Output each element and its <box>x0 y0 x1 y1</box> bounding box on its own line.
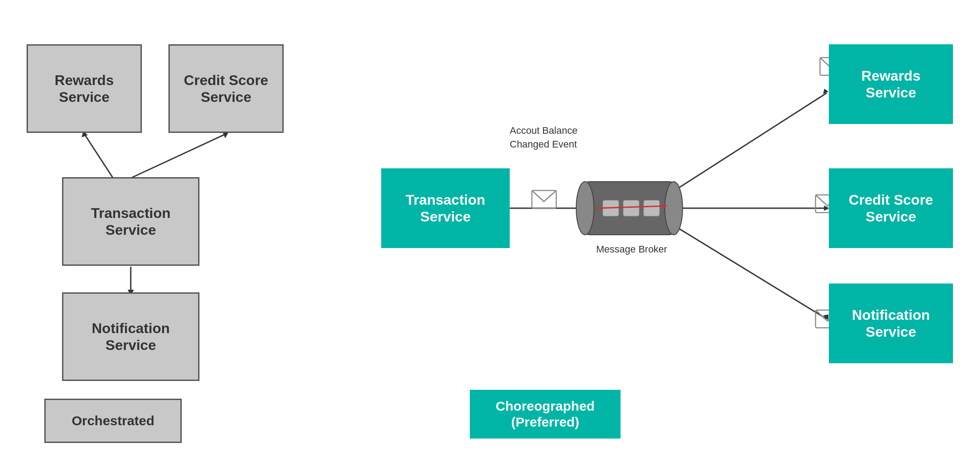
svg-marker-21 <box>663 204 668 208</box>
right-credit-box: Credit ScoreService <box>829 168 953 248</box>
right-choreographed-label: Choreographed(Preferred) <box>496 398 594 430</box>
left-rewards-label: RewardsService <box>55 72 113 106</box>
left-diagram: RewardsService Credit ScoreService Trans… <box>18 18 284 416</box>
left-orchestrated-label: Orchestrated <box>72 413 155 429</box>
left-rewards-box: RewardsService <box>27 44 142 133</box>
svg-point-15 <box>576 182 594 235</box>
right-choreographed-box: Choreographed(Preferred) <box>470 390 621 439</box>
right-notification-label: NotificationService <box>852 307 930 341</box>
right-credit-label: Credit ScoreService <box>849 191 933 225</box>
left-orchestrated-box: Orchestrated <box>44 399 182 443</box>
svg-marker-13 <box>823 315 828 320</box>
right-rewards-label: RewardsService <box>861 67 920 101</box>
svg-point-16 <box>665 182 683 235</box>
left-transaction-box: TransactionService <box>62 177 199 266</box>
right-rewards-box: RewardsService <box>829 44 953 124</box>
svg-marker-9 <box>823 89 828 94</box>
right-transaction-label: TransactionService <box>406 191 485 225</box>
svg-rect-25 <box>532 190 556 208</box>
svg-rect-19 <box>644 200 660 216</box>
svg-line-12 <box>675 226 827 319</box>
svg-rect-17 <box>603 200 619 216</box>
svg-line-20 <box>597 206 665 208</box>
diagram-container: RewardsService Credit ScoreService Trans… <box>0 0 980 466</box>
left-notification-label: NotificationService <box>92 320 170 354</box>
left-notification-box: NotificationService <box>62 292 199 381</box>
right-diagram: Accout BalanceChanged Event Message Brok… <box>355 18 962 416</box>
left-credit-box: Credit ScoreService <box>168 44 284 133</box>
svg-line-2 <box>131 134 226 178</box>
broker-label: Message Broker <box>596 244 667 255</box>
svg-marker-3 <box>223 132 229 138</box>
left-credit-label: Credit ScoreService <box>184 72 268 106</box>
event-label: Accout BalanceChanged Event <box>510 124 578 151</box>
svg-marker-7 <box>582 206 587 211</box>
svg-rect-18 <box>623 200 639 216</box>
left-transaction-label: TransactionService <box>91 205 171 239</box>
right-notification-box: NotificationService <box>829 283 953 363</box>
svg-rect-14 <box>585 182 674 235</box>
svg-line-0 <box>84 134 113 178</box>
svg-line-8 <box>675 93 827 190</box>
right-transaction-box: TransactionService <box>381 168 510 248</box>
